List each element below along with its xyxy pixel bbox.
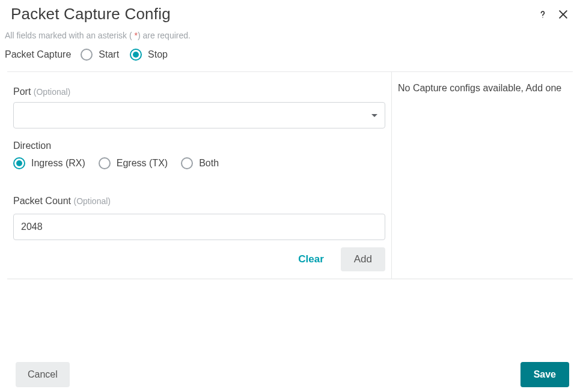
- radio-circle-icon: [99, 157, 111, 169]
- configs-panel: No Capture configs available, Add one: [392, 72, 573, 279]
- port-label: Port (Optional): [13, 86, 385, 97]
- form-panel: Port (Optional) Direction Ingress (RX) E…: [7, 72, 392, 279]
- hint-prefix: All fields marked with an asterisk (: [5, 31, 135, 40]
- radio-start[interactable]: Start: [81, 49, 119, 61]
- radio-stop-label: Stop: [148, 49, 168, 60]
- radio-circle-icon: [181, 157, 193, 169]
- radio-both[interactable]: Both: [181, 157, 219, 169]
- cancel-button[interactable]: Cancel: [16, 362, 70, 387]
- packet-count-input[interactable]: [13, 214, 385, 240]
- packet-count-optional: (Optional): [74, 196, 111, 206]
- radio-egress[interactable]: Egress (TX): [99, 157, 168, 169]
- no-configs-message: No Capture configs available, Add one: [398, 83, 567, 94]
- port-label-text: Port: [13, 86, 31, 97]
- port-optional: (Optional): [34, 87, 70, 97]
- chevron-down-icon: [371, 114, 377, 117]
- radio-circle-selected-icon: [130, 49, 142, 61]
- clear-button[interactable]: Clear: [287, 247, 335, 271]
- radio-egress-label: Egress (TX): [117, 158, 168, 169]
- page-title: Packet Capture Config: [11, 5, 171, 23]
- packet-capture-label: Packet Capture: [5, 49, 71, 60]
- direction-radio-group: Ingress (RX) Egress (TX) Both: [13, 157, 385, 169]
- port-dropdown[interactable]: [13, 102, 385, 128]
- required-hint: All fields marked with an asterisk ( *) …: [0, 26, 580, 46]
- radio-start-label: Start: [99, 49, 119, 60]
- direction-label: Direction: [13, 140, 385, 151]
- radio-ingress[interactable]: Ingress (RX): [13, 157, 85, 169]
- radio-stop[interactable]: Stop: [130, 49, 168, 61]
- save-button[interactable]: Save: [520, 362, 569, 387]
- add-button[interactable]: Add: [341, 247, 385, 271]
- radio-both-label: Both: [199, 158, 219, 169]
- hint-suffix: ) are required.: [138, 31, 191, 40]
- radio-circle-selected-icon: [13, 157, 25, 169]
- packet-count-label-text: Packet Count: [13, 196, 71, 206]
- help-icon[interactable]: [537, 8, 549, 20]
- packet-capture-radio-group: Start Stop: [81, 49, 168, 61]
- radio-circle-icon: [81, 49, 93, 61]
- radio-ingress-label: Ingress (RX): [31, 158, 85, 169]
- svg-point-0: [542, 17, 543, 17]
- packet-count-label: Packet Count (Optional): [13, 196, 385, 207]
- close-icon[interactable]: [557, 8, 569, 20]
